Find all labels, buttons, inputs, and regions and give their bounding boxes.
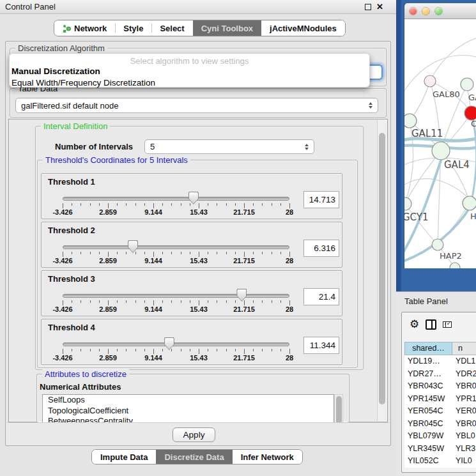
table-data-combobox[interactable]: galFiltered.sif default node xyxy=(15,98,378,113)
scrollbar-thumb[interactable] xyxy=(379,133,385,404)
minimize-traffic-light-icon[interactable] xyxy=(422,8,429,15)
network-canvas[interactable]: GAL80GACGAL11GAL4GCY1HHAP2 xyxy=(404,19,476,268)
gear-icon[interactable]: ⚙ xyxy=(410,319,419,330)
tab-select[interactable]: Select xyxy=(151,20,192,36)
dropdown-option-manual[interactable]: Manual Discretization xyxy=(10,66,369,77)
tick-label: 28 xyxy=(286,257,293,265)
network-edge[interactable] xyxy=(430,37,476,81)
cell-shared-name: YPR145W xyxy=(404,393,452,406)
network-node-c[interactable] xyxy=(464,106,476,120)
tick-label: 9.144 xyxy=(144,354,162,362)
tick-mark xyxy=(108,252,109,257)
tick-mark xyxy=(272,349,272,351)
number-of-intervals-combobox[interactable]: 5 xyxy=(144,139,314,154)
vertical-scrollbar[interactable] xyxy=(377,120,387,421)
group-title: Interval Definition xyxy=(41,121,110,131)
float-window-icon[interactable] xyxy=(365,4,371,10)
threshold-value-field[interactable]: 14.713 xyxy=(303,191,339,208)
settings-scrollpane: Interval Definition Number of Intervals … xyxy=(8,119,388,422)
tick-mark xyxy=(153,203,154,208)
tab-style[interactable]: Style xyxy=(115,20,151,36)
tick-mark xyxy=(171,300,172,303)
slider-thumb[interactable] xyxy=(164,337,174,350)
network-node-h[interactable] xyxy=(463,196,476,210)
tick-label: 28 xyxy=(286,305,293,313)
tick-mark xyxy=(226,203,227,206)
slider-track[interactable] xyxy=(63,342,289,346)
network-node-gal4[interactable] xyxy=(432,142,450,160)
tick-mark xyxy=(162,203,163,206)
slider-thumb[interactable] xyxy=(128,240,138,253)
slider-thumb[interactable] xyxy=(236,289,247,302)
tick-mark xyxy=(90,252,91,254)
tick-mark xyxy=(72,349,72,351)
stepper-arrows-icon xyxy=(305,144,309,150)
table-toolbar: ⚙ xyxy=(402,316,452,333)
threshold-value-field[interactable]: 6.316 xyxy=(303,240,339,257)
close-traffic-light-icon[interactable] xyxy=(410,8,417,15)
tick-mark xyxy=(126,203,127,206)
tab-cyni-toolbox[interactable]: Cyni Toolbox xyxy=(193,20,261,36)
tick-label: 21.715 xyxy=(233,354,255,362)
tab-impute-data[interactable]: Impute Data xyxy=(92,450,156,464)
attribute-list-item[interactable]: SelfLoops xyxy=(43,395,334,406)
slider-track[interactable] xyxy=(63,294,289,298)
slider-track[interactable] xyxy=(63,197,289,201)
tick-mark xyxy=(244,349,245,354)
tab-network[interactable]: Network xyxy=(54,20,115,36)
cell-shared-name: YBL079W xyxy=(404,430,452,443)
table-row[interactable]: YPR145WYPR1 xyxy=(404,393,476,406)
list-scrollbar[interactable] xyxy=(334,394,343,424)
network-node-gal11[interactable] xyxy=(404,114,417,128)
table-row[interactable]: YBR043CYBR0 xyxy=(404,380,476,393)
tick-mark xyxy=(99,252,100,254)
numerical-attributes-list[interactable]: SelfLoopsTopologicalCoefficientBetweenne… xyxy=(42,394,334,424)
close-icon[interactable]: ✕ xyxy=(376,4,383,10)
tick-mark xyxy=(272,252,272,254)
tick-mark xyxy=(226,349,227,351)
tick-label: 2.859 xyxy=(99,354,117,362)
tick-mark xyxy=(135,252,136,254)
table-row[interactable]: YDL19…YDL1 xyxy=(404,355,476,368)
column-header-name[interactable]: n xyxy=(452,342,476,355)
network-node-gcy1[interactable] xyxy=(404,197,411,210)
slider-thumb[interactable] xyxy=(188,192,199,204)
cell-name: YIL0 xyxy=(452,455,476,468)
network-node-ga[interactable] xyxy=(461,78,473,91)
cell-name: YPR1 xyxy=(452,393,476,406)
column-header-shared-name[interactable]: shared… xyxy=(405,342,452,355)
threshold-value-field[interactable]: 21.4 xyxy=(303,288,339,305)
zoom-traffic-light-icon[interactable] xyxy=(435,8,442,15)
tick-mark xyxy=(208,203,208,206)
attribute-list-item[interactable]: TopologicalCoefficient xyxy=(43,406,334,417)
tick-label: 9.144 xyxy=(144,257,162,265)
table-row[interactable]: YBR045CYBR0 xyxy=(404,418,476,431)
tick-label: 28 xyxy=(286,354,293,362)
network-node-gal80[interactable] xyxy=(424,75,436,87)
number-of-intervals-label: Number of Intervals xyxy=(55,142,133,151)
table-row[interactable]: YLR345WYLR3 xyxy=(404,443,476,456)
tick-label: 21.715 xyxy=(233,305,255,313)
tab-infer-network[interactable]: Infer Network xyxy=(233,450,302,464)
tick-label: -3.426 xyxy=(52,354,72,362)
tick-mark xyxy=(117,349,118,351)
split-columns-icon[interactable] xyxy=(426,319,436,330)
tick-label: 15.43 xyxy=(190,354,208,362)
tick-mark xyxy=(99,300,100,303)
threshold-value-field[interactable]: 11.344 xyxy=(303,337,339,354)
tick-label: -3.426 xyxy=(52,257,72,265)
apply-button[interactable]: Apply xyxy=(173,427,215,442)
tab-discretize-data[interactable]: Discretize Data xyxy=(156,450,232,464)
checkbox-icon[interactable] xyxy=(445,321,452,328)
dropdown-option-equal-width[interactable]: Equal Width/Frequency Discretization xyxy=(10,77,369,89)
table-row[interactable]: YER054CYER0 xyxy=(404,405,476,418)
network-node-hap2[interactable] xyxy=(432,239,443,250)
table-row[interactable]: YDR27…YDR2 xyxy=(404,368,476,381)
tick-mark xyxy=(217,203,217,206)
slider-track[interactable] xyxy=(63,245,289,249)
tab-jactivemnodules[interactable]: jActiveMNodules xyxy=(261,20,345,36)
table-row[interactable]: YIL052CYIL0 xyxy=(404,455,476,468)
network-edge-highlighted[interactable] xyxy=(471,116,476,204)
tick-mark xyxy=(208,252,208,254)
table-row[interactable]: YBL079WYBL0 xyxy=(404,430,476,443)
